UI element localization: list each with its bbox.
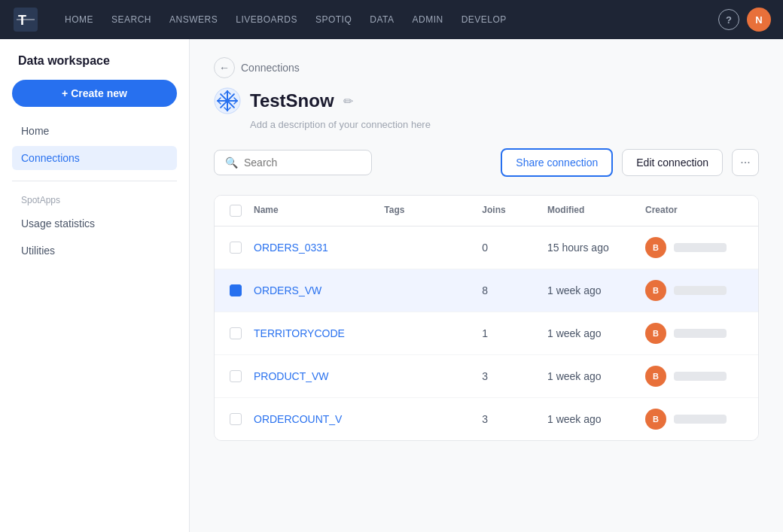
- edit-title-icon[interactable]: ✏: [343, 94, 353, 108]
- creator-avatar: B: [645, 409, 666, 430]
- creator-avatar: B: [645, 366, 666, 387]
- data-table: Name Tags Joins Modified Creator ORDERS_…: [214, 195, 759, 441]
- edit-connection-button[interactable]: Edit connection: [622, 149, 723, 176]
- creator-avatar: B: [645, 237, 666, 258]
- nav-liveboards[interactable]: LIVEBOARDS: [228, 10, 305, 29]
- create-new-button[interactable]: + Create new: [12, 80, 177, 107]
- row-name[interactable]: PRODUCT_VW: [254, 370, 384, 382]
- sidebar-item-utilities[interactable]: Utilities: [12, 239, 177, 263]
- sidebar-divider: [12, 181, 177, 181]
- row-joins: 3: [482, 370, 547, 382]
- top-navigation: T HOME SEARCH ANSWERS LIVEBOARDS SPOTIQ …: [0, 0, 783, 39]
- breadcrumb-text: Connections: [241, 62, 300, 74]
- creator-name: [674, 415, 727, 424]
- row-modified: 1 week ago: [547, 284, 645, 296]
- breadcrumb: ← Connections: [214, 57, 759, 78]
- col-header-tags: Tags: [384, 205, 482, 217]
- creator-name: [674, 372, 727, 381]
- row-joins: 1: [482, 327, 547, 339]
- row-modified: 1 week ago: [547, 370, 645, 382]
- creator-avatar: B: [645, 280, 666, 301]
- row-joins: 8: [482, 284, 547, 296]
- row-modified: 15 hours ago: [547, 242, 645, 254]
- creator-name: [674, 329, 727, 338]
- nav-actions: ? N: [718, 8, 771, 32]
- creator-avatar: B: [645, 323, 666, 344]
- sidebar: Data workspace + Create new Home Connect…: [0, 39, 190, 532]
- sidebar-title: Data workspace: [12, 54, 177, 68]
- row-modified: 1 week ago: [547, 413, 645, 425]
- share-connection-button[interactable]: Share connection: [501, 148, 613, 177]
- sidebar-item-connections[interactable]: Connections: [12, 146, 177, 170]
- help-button[interactable]: ?: [718, 9, 739, 30]
- row-creator: B: [645, 409, 743, 430]
- header-checkbox-col: [230, 205, 254, 217]
- nav-admin[interactable]: ADMIN: [404, 10, 450, 29]
- creator-name: [674, 243, 727, 252]
- row-checkbox[interactable]: [230, 284, 242, 296]
- table-row: ORDERS_VW 8 1 week ago B: [215, 269, 758, 312]
- more-options-button[interactable]: ···: [732, 149, 759, 176]
- row-creator: B: [645, 366, 743, 387]
- select-all-checkbox[interactable]: [230, 205, 242, 217]
- nav-home[interactable]: HOME: [57, 10, 101, 29]
- row-creator: B: [645, 323, 743, 344]
- col-header-modified: Modified: [547, 205, 645, 217]
- row-joins: 0: [482, 242, 547, 254]
- table-row: PRODUCT_VW 3 1 week ago B: [215, 355, 758, 398]
- row-name[interactable]: ORDERCOUNT_V: [254, 413, 384, 425]
- logo[interactable]: T: [12, 6, 39, 33]
- row-name[interactable]: TERRITORYCODE: [254, 327, 384, 339]
- row-checkbox[interactable]: [230, 413, 242, 425]
- snowflake-icon: [214, 87, 241, 114]
- nav-links: HOME SEARCH ANSWERS LIVEBOARDS SPOTIQ DA…: [57, 10, 718, 29]
- col-header-name: Name: [254, 205, 384, 217]
- page-description: Add a description of your connection her…: [214, 119, 759, 130]
- row-checkbox[interactable]: [230, 242, 242, 254]
- col-header-creator: Creator: [645, 205, 743, 217]
- row-checkbox[interactable]: [230, 327, 242, 339]
- sidebar-item-usage-statistics[interactable]: Usage statistics: [12, 211, 177, 236]
- search-input[interactable]: [244, 157, 361, 169]
- col-header-joins: Joins: [482, 205, 547, 217]
- page-title: TestSnow: [250, 90, 334, 111]
- row-creator: B: [645, 280, 743, 301]
- main-content: ← Connections: [190, 39, 783, 532]
- table-row: ORDERCOUNT_V 3 1 week ago B: [215, 398, 758, 440]
- nav-develop[interactable]: DEVELOP: [454, 10, 514, 29]
- table-row: ORDERS_0331 0 15 hours ago B: [215, 226, 758, 269]
- nav-answers[interactable]: ANSWERS: [162, 10, 225, 29]
- nav-search[interactable]: SEARCH: [104, 10, 159, 29]
- back-button[interactable]: ←: [214, 57, 235, 78]
- row-creator: B: [645, 237, 743, 258]
- search-icon: 🔍: [225, 157, 238, 169]
- row-name[interactable]: ORDERS_VW: [254, 284, 384, 296]
- row-name[interactable]: ORDERS_0331: [254, 242, 384, 254]
- row-modified: 1 week ago: [547, 327, 645, 339]
- main-layout: Data workspace + Create new Home Connect…: [0, 39, 783, 532]
- toolbar: 🔍 Share connection Edit connection ···: [214, 148, 759, 177]
- ellipsis-icon: ···: [740, 156, 750, 169]
- search-box: 🔍: [214, 150, 372, 175]
- table-row: TERRITORYCODE 1 1 week ago B: [215, 312, 758, 355]
- row-joins: 3: [482, 413, 547, 425]
- nav-spotiq[interactable]: SPOTIQ: [308, 10, 359, 29]
- sidebar-item-home[interactable]: Home: [12, 119, 177, 143]
- table-header: Name Tags Joins Modified Creator: [215, 196, 758, 226]
- sidebar-section-spotapps: SpotApps: [12, 192, 177, 208]
- nav-data[interactable]: DATA: [362, 10, 401, 29]
- user-avatar[interactable]: N: [747, 8, 771, 32]
- page-header: TestSnow ✏: [214, 87, 759, 114]
- creator-name: [674, 286, 727, 295]
- row-checkbox[interactable]: [230, 370, 242, 382]
- svg-text:T: T: [18, 13, 26, 28]
